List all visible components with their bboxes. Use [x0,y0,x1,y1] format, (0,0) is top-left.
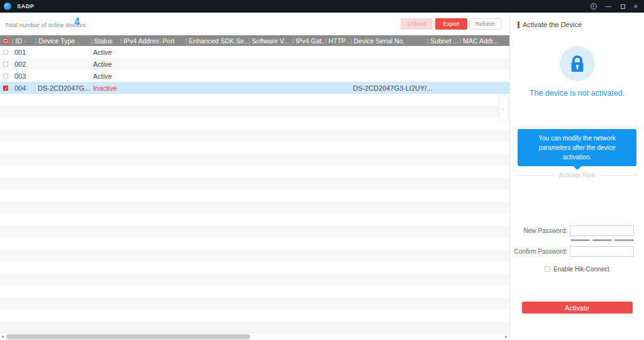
table-row[interactable]: 003Active [0,70,509,82]
strength-segment [592,239,612,241]
unbind-button[interactable]: Unbind [401,18,433,30]
confirm-password-field[interactable] [570,246,634,257]
activate-button[interactable]: Activate [522,302,633,314]
device-list-area: Total number of online devices: 4 Unbind… [0,13,509,340]
column-header-ipv4-address[interactable]: IPv4 Address [119,37,158,45]
app-title: SADP [17,3,34,9]
table-row-empty[interactable] [0,154,509,166]
table-row-empty[interactable] [0,285,509,297]
scrollbar-thumb[interactable] [6,334,250,339]
password-strength-meter [510,239,634,241]
minimize-icon[interactable]: — [606,3,612,9]
column-header-ipv4-gateway[interactable]: IPv4 Gat... [292,37,325,45]
cell-id: 001 [11,48,35,56]
hik-connect-row: Enable Hik-Connect [510,266,644,273]
table-row-empty[interactable] [0,297,509,309]
column-header-enhanced-sdk[interactable]: Enhanced SDK Se... [185,37,248,45]
table-row-empty[interactable] [0,321,509,332]
horizontal-scrollbar[interactable]: ◂ ▸ [0,332,509,340]
select-all-cell [0,38,11,43]
table-row-empty[interactable] [0,273,509,285]
column-header-http-port[interactable]: HTTP ... [325,37,350,45]
refresh-button[interactable]: Refresh [469,18,501,30]
table-row-empty[interactable] [0,130,509,142]
column-header-id[interactable]: ID- [11,37,35,45]
info-icon[interactable]: i [591,3,597,9]
titlebar: SADP i — × [0,0,644,13]
panel-title: Activate the Device [523,21,582,28]
activate-now-link[interactable]: Activate Now [558,172,595,179]
row-checkbox-cell [0,74,11,79]
column-header-device-type[interactable]: Device Type [35,37,90,45]
column-header-mac-address[interactable]: MAC Addr... [459,37,499,45]
hik-connect-label: Enable Hik-Connect [553,266,609,273]
app-logo-globe-icon [4,3,11,10]
table-row-empty[interactable] [0,190,509,201]
table-row-empty[interactable] [0,249,509,261]
table-row-empty[interactable] [0,106,509,118]
activate-now-row: Activate Now [516,172,638,179]
column-header-subnet[interactable]: Subnet ... [426,37,459,45]
panel-divider [516,127,638,127]
row-checkbox[interactable] [3,86,8,91]
cell-status: Active [90,48,119,56]
column-header-port[interactable]: Port [158,37,185,45]
panel-header-accent [518,21,519,28]
column-header-device-serial[interactable]: Device Serial No. [350,37,426,45]
row-checkbox-cell [0,62,11,67]
select-all-checkbox[interactable] [3,38,8,43]
new-password-field[interactable] [570,225,634,236]
toolbar: Total number of online devices: 4 Unbind… [0,13,509,35]
table-row-empty[interactable] [0,309,509,321]
table-row-empty[interactable] [0,94,509,106]
table-row[interactable]: 002Active [0,58,509,70]
row-checkbox[interactable] [3,74,8,79]
table-row-empty[interactable] [0,178,509,190]
new-password-label: New Password: [524,227,567,234]
lock-icon [570,55,585,73]
table-row-empty[interactable] [0,261,509,273]
row-checkbox[interactable] [3,50,8,55]
cell-id: 003 [11,72,35,80]
cell-device-type: DS-2CD2047G... [35,84,90,92]
panel-header: Activate the Device [518,21,644,28]
activate-device-panel: Activate the Device The device is not ac… [509,13,644,340]
export-button[interactable]: Export [435,18,467,30]
panel-collapse-handle[interactable]: › [499,96,508,122]
table-body: 001Active002Active003Active004DS-2CD2047… [0,46,509,332]
table-row-empty[interactable] [0,225,509,237]
strength-segment [614,239,634,241]
table-row-empty[interactable] [0,142,509,154]
column-header-status[interactable]: Status [90,37,119,45]
cell-status: Active [90,60,119,68]
cell-status: Inactive [90,84,119,92]
column-header-software-version[interactable]: Software V... [248,37,292,45]
cell-id: 004 [11,84,35,92]
table-row-empty[interactable] [0,201,509,213]
strength-segment [570,239,590,241]
table-row-empty[interactable] [0,166,509,178]
sort-indicator-icon: - [25,38,26,44]
table-row[interactable]: 004DS-2CD2047G...InactiveDS-2CD2047G3-LI… [0,82,509,94]
window-controls: i — × [591,3,638,9]
activation-tooltip: You can modify the network parameters af… [518,129,636,166]
confirm-password-label: Confirm Password: [514,248,567,255]
table-row-empty[interactable] [0,237,509,249]
lock-badge [560,46,595,81]
maximize-icon[interactable] [621,4,625,9]
scroll-right-icon[interactable]: ▸ [505,334,508,339]
activation-form: New Password: Confirm Password: Enable H… [510,225,644,314]
row-checkbox[interactable] [3,62,8,67]
table-row[interactable]: 001Active [0,46,509,58]
cell-status: Active [90,72,119,80]
table-row-empty[interactable] [0,118,509,130]
chevron-right-icon: › [502,106,504,113]
hik-connect-checkbox[interactable] [545,266,550,272]
table-header: ID- Device Type Status IPv4 Address Port… [0,35,509,46]
close-icon[interactable]: × [634,3,638,9]
device-status-message: The device is not activated. [510,89,644,98]
cell-serial: DS-2CD2047G3-LI2UY/... [350,84,426,92]
row-checkbox-cell [0,50,11,55]
cell-id: 002 [11,60,35,68]
table-row-empty[interactable] [0,213,509,225]
